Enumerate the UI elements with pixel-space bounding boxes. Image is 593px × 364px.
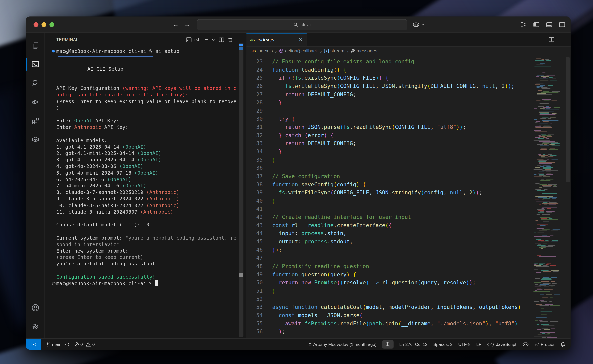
editor-more-actions-icon[interactable]: ··· (560, 37, 566, 42)
code-line: } (272, 156, 571, 164)
copilot-icon[interactable] (412, 22, 420, 28)
navigate-forward-icon[interactable]: → (184, 21, 190, 28)
language-mode[interactable]: {̷} JavaScript (487, 342, 516, 347)
commit-icon (308, 342, 312, 347)
terminal-line: 9. claude-3-5-sonnet-20241022 (Anthropic… (56, 196, 246, 202)
toggle-panel-icon[interactable] (546, 22, 552, 28)
double-check-icon: ✓✓ (534, 342, 538, 347)
symbol-property-wrench-icon (351, 49, 355, 53)
code-line (272, 164, 571, 172)
vscode-window: ← → cli-ai (26, 17, 570, 350)
cursor-position[interactable]: Ln 276, Col 12 (400, 342, 428, 346)
zoom-status-button[interactable] (382, 340, 394, 348)
git-branch-icon (46, 342, 51, 347)
close-window-button[interactable] (34, 22, 39, 27)
zoom-window-button[interactable] (50, 22, 54, 27)
code-line: } catch (error) { (272, 132, 571, 140)
new-terminal-button[interactable]: + (204, 38, 208, 42)
close-tab-icon[interactable]: ✕ (299, 37, 303, 42)
extensions-icon (31, 116, 40, 126)
navigate-back-icon[interactable]: ← (173, 21, 179, 28)
code-line (272, 295, 571, 304)
terminal-instance[interactable]: zsh (186, 37, 201, 42)
remote-indicator[interactable]: >< (26, 339, 41, 350)
git-blame-info[interactable]: Artemy Medvedev (1 month ago) (308, 342, 377, 347)
code-editor[interactable]: 2324252627282930313233343536373839404142… (246, 55, 570, 338)
breadcrumb-symbol-stream[interactable]: stream (324, 48, 344, 54)
terminal-line: 7. o4-mini-2025-04-16 (OpenAI) (56, 183, 246, 189)
minimize-window-button[interactable] (42, 22, 46, 27)
sidebar-item-run-debug[interactable] (26, 93, 44, 112)
error-icon (74, 342, 79, 346)
sidebar-item-package[interactable] (26, 130, 44, 150)
code-line: } (272, 148, 571, 156)
terminal-tui-box: AI CLI Setup (58, 56, 153, 82)
terminal-line: 2. gpt-4.1-mini-2025-04-14 (OpenAI) (56, 150, 246, 157)
package-cube-icon (31, 136, 40, 144)
sidebar-item-search[interactable] (26, 74, 44, 93)
terminal-dropdown-chevron-icon[interactable] (212, 38, 215, 42)
copilot-icon[interactable] (522, 342, 529, 347)
terminal-line: 4. gpt-4o-2024-08-06 (OpenAI) (56, 163, 246, 170)
minimap[interactable] (532, 55, 565, 338)
desktop: ← → cli-ai (0, 0, 593, 364)
search-icon (294, 22, 298, 27)
toggle-secondary-sidebar-icon[interactable] (559, 22, 566, 28)
code-line: return JSON.parse(fs.readFileSync(CONFIG… (272, 123, 571, 132)
terminal-cursor (156, 280, 158, 286)
command-center-search[interactable]: cli-ai (197, 19, 407, 30)
breadcrumb-symbol-callback[interactable]: action() callback (279, 48, 318, 54)
code-line: const models = JSON.parse( (272, 312, 571, 320)
eol-setting[interactable]: LF (476, 342, 482, 346)
code-line: return DEFAULT_CONFIG; (272, 90, 571, 99)
search-icon (31, 79, 40, 88)
formatter-indicator[interactable]: ✓✓ Prettier (534, 342, 555, 347)
terminal-line: 1. gpt-4.1-2025-04-14 (OpenAI) (56, 144, 246, 150)
sidebar-item-extensions[interactable] (26, 112, 44, 130)
sidebar-item-terminal[interactable] (26, 55, 44, 74)
indentation-setting[interactable]: Spaces: 2 (433, 342, 452, 346)
split-terminal-icon[interactable] (219, 37, 224, 42)
sidebar-item-explorer[interactable] (26, 36, 44, 55)
chevron-down-icon[interactable] (421, 23, 425, 26)
code-line: function loadConfig() { (272, 66, 571, 74)
sidebar-item-account[interactable] (26, 298, 44, 318)
code-line (272, 254, 571, 262)
customize-layout-icon[interactable] (520, 22, 527, 28)
encoding-setting[interactable]: UTF-8 (458, 342, 471, 346)
terminal-line: 5. gpt-4o-mini-2024-07-18 (OpenAI) (56, 170, 246, 176)
sync-icon (65, 342, 70, 346)
terminal-scrollbar[interactable] (239, 43, 244, 337)
status-bar: >< main 0 (26, 338, 570, 350)
files-icon (31, 41, 40, 50)
terminal-line: 3. gpt-4.1-nano-2025-04-14 (OpenAI) (56, 157, 246, 163)
terminal-line: Available models: (56, 137, 246, 144)
breadcrumb-file[interactable]: JS index.js (252, 48, 273, 54)
code-content: // Ensure config file exists and load co… (268, 55, 571, 338)
code-line (272, 107, 571, 115)
problems-indicator[interactable]: 0 0 (74, 342, 95, 346)
code-line: input: process.stdin, (272, 230, 571, 238)
terminal-more-actions-icon[interactable]: ··· (237, 37, 242, 42)
code-line: fs.writeFileSync(CONFIG_FILE, JSON.strin… (272, 189, 571, 197)
symbol-method-cube-icon (279, 49, 284, 53)
breadcrumb: JS index.js › action() callback › (246, 47, 570, 55)
notifications-bell-icon[interactable] (560, 342, 566, 347)
terminal-line: mac@MacBook-Air-macbook cli-ai % (56, 280, 246, 287)
kill-terminal-trash-icon[interactable] (228, 37, 233, 42)
code-line: await fsPromises.readFile(path.join(__di… (272, 320, 571, 328)
terminal-blank-line (56, 267, 246, 274)
terminal-line: 6. o4-2025-04-16 (OpenAI) (56, 176, 246, 183)
traffic-lights (34, 22, 54, 27)
terminal-output[interactable]: mac@MacBook-Air-macbook cli-ai % ai setu… (45, 46, 246, 338)
javascript-file-icon: JS (252, 49, 256, 53)
branch-indicator[interactable]: main (46, 342, 70, 347)
code-line: if (!fs.existsSync(CONFIG_FILE)) { (272, 74, 571, 82)
editor-scrollbar[interactable] (565, 55, 571, 338)
tab-index-js[interactable]: JS index.js ✕ (246, 33, 307, 46)
breadcrumb-symbol-messages[interactable]: messages (351, 48, 378, 54)
toggle-primary-sidebar-icon[interactable] (533, 22, 540, 28)
sidebar-item-settings[interactable] (26, 317, 44, 336)
tab-label: index.js (258, 37, 274, 42)
split-editor-icon[interactable] (549, 37, 554, 42)
